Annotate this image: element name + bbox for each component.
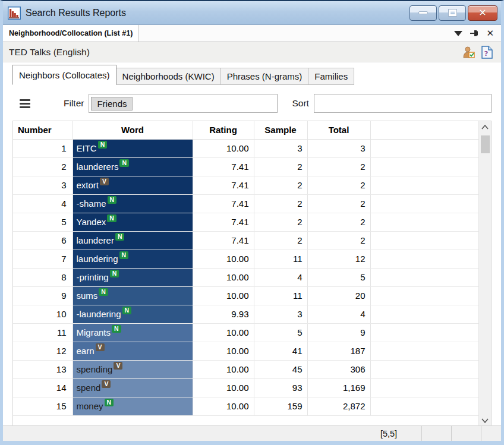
word-cell[interactable]: launderersN	[73, 157, 193, 176]
word-cell[interactable]: YandexN	[73, 213, 193, 231]
word-text: spend	[77, 383, 101, 393]
minimize-button[interactable]	[410, 5, 437, 21]
scrollbar-thumb[interactable]	[481, 135, 490, 153]
word-cell[interactable]: spendV	[73, 378, 193, 397]
word-text: EITC	[77, 143, 97, 153]
word-cell[interactable]: sumsN	[73, 286, 193, 305]
dropdown-icon[interactable]	[454, 31, 462, 36]
filler-cell	[370, 231, 478, 250]
results-table-container: Number Word Rating Sample Total 1EITCN10…	[12, 121, 492, 425]
scroll-down-icon[interactable]	[479, 415, 491, 425]
table-row[interactable]: 11MigrantsN10.0059	[13, 323, 478, 342]
filler-cell	[370, 323, 478, 342]
pos-badge: N	[119, 251, 129, 260]
user-profile-icon[interactable]	[462, 46, 475, 59]
vertical-scrollbar[interactable]	[478, 121, 491, 425]
pos-badge: V	[114, 362, 122, 370]
table-row[interactable]: 2launderersN7.4122	[13, 157, 478, 176]
help-icon[interactable]: ?	[481, 46, 493, 59]
scroll-up-icon[interactable]	[479, 121, 491, 133]
filler-cell	[370, 397, 478, 415]
rating-cell: 10.00	[193, 397, 254, 415]
sample-cell: 2	[254, 231, 307, 250]
pos-badge: N	[112, 325, 121, 333]
table-row[interactable]: 13spendingV10.0045306	[13, 360, 478, 378]
word-cell[interactable]: laundererN	[73, 231, 193, 250]
total-cell: 2	[307, 176, 370, 194]
pos-badge: N	[105, 399, 114, 407]
column-header-number[interactable]: Number	[13, 121, 73, 139]
table-row[interactable]: 3extortV7.4122	[13, 176, 478, 194]
row-number-cell: 6	[13, 231, 73, 250]
sort-input[interactable]	[316, 94, 489, 112]
filter-chip[interactable]: Friends	[91, 97, 133, 111]
table-row[interactable]: 10-launderingN9.9334	[13, 305, 478, 323]
total-cell: 1,169	[307, 378, 370, 397]
column-header-rating[interactable]: Rating	[193, 121, 254, 139]
filler-cell	[370, 157, 478, 176]
column-header-sample[interactable]: Sample	[254, 121, 307, 139]
report-tab-spacer	[139, 25, 454, 42]
table-row[interactable]: 9sumsN10.001120	[13, 286, 478, 305]
pin-icon[interactable]	[470, 29, 479, 38]
close-button[interactable]: ✕	[468, 5, 497, 21]
total-cell: 3	[307, 139, 370, 157]
table-row[interactable]: 5YandexN7.4122	[13, 213, 478, 231]
filler-cell	[370, 194, 478, 213]
status-section-1	[421, 426, 451, 441]
results-grid: Number Word Rating Sample Total 1EITCN10…	[13, 121, 478, 425]
row-number-cell: 9	[13, 286, 73, 305]
column-header-word[interactable]: Word	[73, 121, 193, 139]
sample-cell: 4	[254, 268, 307, 286]
word-cell[interactable]: -shameN	[73, 194, 193, 213]
sample-cell: 41	[254, 342, 307, 360]
table-header-row: Number Word Rating Sample Total	[13, 121, 478, 139]
status-section-3	[481, 426, 501, 441]
filler-cell	[370, 360, 478, 378]
close-report-icon[interactable]: ✕	[486, 28, 494, 39]
rating-cell: 7.41	[193, 176, 254, 194]
word-cell[interactable]: moneyN	[73, 397, 193, 415]
table-row[interactable]: 15moneyN10.001592,872	[13, 397, 478, 415]
filter-input[interactable]: Friends	[89, 94, 278, 113]
maximize-icon	[449, 10, 456, 16]
table-row[interactable]: 8-printingN10.0045	[13, 268, 478, 286]
word-cell[interactable]: extortV	[73, 176, 193, 194]
row-number-cell: 1	[13, 139, 73, 157]
rating-cell: 10.00	[193, 378, 254, 397]
table-row[interactable]: 6laundererN7.4122	[13, 231, 478, 250]
table-row[interactable]: 14spendV10.00931,169	[13, 378, 478, 397]
filter-toolbar: Filter Friends Sort	[12, 93, 492, 113]
tab-1[interactable]: Neighborhoods (KWIC)	[116, 68, 221, 85]
word-cell[interactable]: earnV	[73, 342, 193, 360]
report-tab[interactable]: Neighborhood/Collocation (List #1)	[3, 25, 139, 42]
rating-cell: 10.00	[193, 342, 254, 360]
row-number-cell: 13	[13, 360, 73, 378]
tab-2[interactable]: Phrases (N-grams)	[221, 68, 309, 85]
word-cell[interactable]: -printingN	[73, 268, 193, 286]
total-cell: 187	[307, 342, 370, 360]
column-header-total[interactable]: Total	[307, 121, 370, 139]
word-cell[interactable]: launderingN	[73, 250, 193, 268]
total-cell: 2	[307, 213, 370, 231]
table-row[interactable]: 12earnV10.0041187	[13, 342, 478, 360]
menu-icon[interactable]	[20, 99, 30, 108]
rating-cell: 9.93	[193, 305, 254, 323]
total-cell: 9	[307, 323, 370, 342]
word-cell[interactable]: spendingV	[73, 360, 193, 378]
total-cell: 2,872	[307, 397, 370, 415]
table-row[interactable]: 7launderingN10.001112	[13, 250, 478, 268]
tab-0[interactable]: Neighbors (Collocates)	[12, 65, 116, 85]
results-table: Number Word Rating Sample Total 1EITCN10…	[13, 121, 478, 416]
word-cell[interactable]: EITCN	[73, 139, 193, 157]
table-row[interactable]: 4-shameN7.4122	[13, 194, 478, 213]
word-cell[interactable]: -launderingN	[73, 305, 193, 323]
word-cell[interactable]: MigrantsN	[73, 323, 193, 342]
sort-input-wrap[interactable]	[314, 94, 492, 113]
maximize-button[interactable]	[439, 5, 466, 21]
word-text: -shame	[77, 198, 106, 209]
filter-label: Filter	[64, 98, 84, 109]
filler-cell	[370, 213, 478, 231]
table-row[interactable]: 1EITCN10.0033	[13, 139, 478, 157]
tab-3[interactable]: Families	[308, 68, 354, 85]
